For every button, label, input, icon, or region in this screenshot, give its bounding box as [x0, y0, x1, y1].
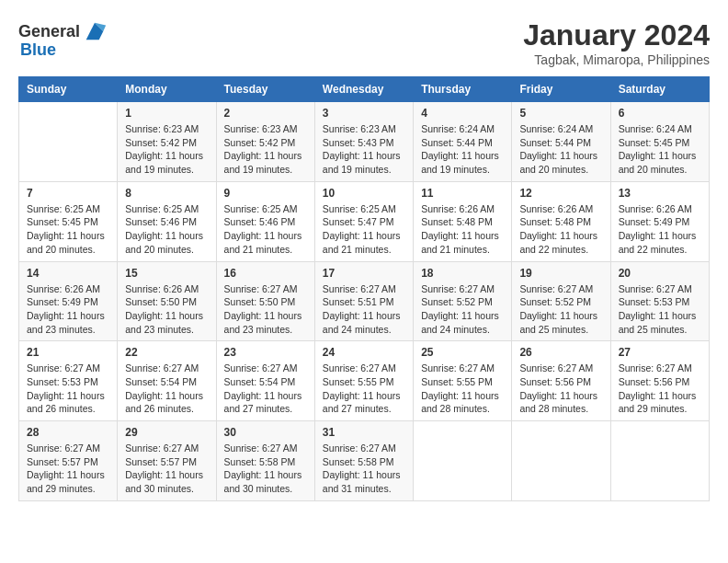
header-day-friday: Friday	[512, 77, 610, 102]
calendar-header: SundayMondayTuesdayWednesdayThursdayFrid…	[19, 77, 710, 102]
day-number: 25	[421, 346, 504, 359]
calendar-cell-week3-day2: 15Sunrise: 6:26 AMSunset: 5:50 PMDayligh…	[118, 261, 216, 341]
day-number: 19	[519, 267, 602, 280]
calendar-cell-week1-day1	[19, 102, 118, 182]
day-info: Sunrise: 6:25 AMSunset: 5:46 PMDaylight:…	[125, 202, 208, 257]
calendar-cell-week5-day3: 30Sunrise: 6:27 AMSunset: 5:58 PMDayligh…	[216, 421, 314, 501]
calendar-cell-week2-day4: 10Sunrise: 6:25 AMSunset: 5:47 PMDayligh…	[314, 181, 413, 261]
header-day-sunday: Sunday	[19, 77, 118, 102]
calendar-week-row: 7Sunrise: 6:25 AMSunset: 5:45 PMDaylight…	[19, 181, 710, 261]
day-info: Sunrise: 6:24 AMSunset: 5:45 PMDaylight:…	[619, 122, 701, 177]
day-info: Sunrise: 6:27 AMSunset: 5:52 PMDaylight:…	[519, 282, 602, 337]
day-number: 7	[27, 187, 109, 200]
day-info: Sunrise: 6:27 AMSunset: 5:56 PMDaylight:…	[519, 362, 602, 416]
day-number: 29	[125, 426, 208, 439]
day-number: 2	[224, 107, 307, 120]
day-info: Sunrise: 6:26 AMSunset: 5:50 PMDaylight:…	[125, 282, 208, 337]
calendar-week-row: 1Sunrise: 6:23 AMSunset: 5:42 PMDaylight…	[19, 102, 710, 182]
day-number: 1	[125, 107, 208, 120]
calendar-cell-week1-day3: 2Sunrise: 6:23 AMSunset: 5:42 PMDaylight…	[216, 102, 314, 182]
calendar-cell-week4-day5: 25Sunrise: 6:27 AMSunset: 5:55 PMDayligh…	[414, 341, 512, 421]
logo: General Blue	[18, 18, 108, 60]
calendar-week-row: 14Sunrise: 6:26 AMSunset: 5:49 PMDayligh…	[19, 261, 710, 341]
day-info: Sunrise: 6:27 AMSunset: 5:55 PMDaylight:…	[421, 362, 504, 416]
header-day-monday: Monday	[118, 77, 216, 102]
day-number: 4	[421, 107, 504, 120]
calendar-cell-week3-day3: 16Sunrise: 6:27 AMSunset: 5:50 PMDayligh…	[216, 261, 314, 341]
day-info: Sunrise: 6:27 AMSunset: 5:58 PMDaylight:…	[224, 442, 307, 496]
calendar-cell-week2-day3: 9Sunrise: 6:25 AMSunset: 5:46 PMDaylight…	[216, 181, 314, 261]
day-info: Sunrise: 6:27 AMSunset: 5:50 PMDaylight:…	[224, 282, 307, 337]
calendar-cell-week3-day1: 14Sunrise: 6:26 AMSunset: 5:49 PMDayligh…	[19, 261, 118, 341]
day-number: 31	[323, 426, 405, 439]
day-number: 18	[421, 267, 504, 280]
calendar-cell-week5-day1: 28Sunrise: 6:27 AMSunset: 5:57 PMDayligh…	[19, 421, 118, 501]
header: General Blue January 2024 Tagbak, Mimaro…	[18, 18, 710, 67]
calendar-cell-week1-day6: 5Sunrise: 6:24 AMSunset: 5:44 PMDaylight…	[512, 102, 610, 182]
day-info: Sunrise: 6:27 AMSunset: 5:53 PMDaylight:…	[619, 282, 701, 337]
calendar-cell-week2-day1: 7Sunrise: 6:25 AMSunset: 5:45 PMDaylight…	[19, 181, 118, 261]
day-number: 17	[323, 267, 405, 280]
calendar-body: 1Sunrise: 6:23 AMSunset: 5:42 PMDaylight…	[19, 102, 710, 501]
day-number: 30	[224, 426, 307, 439]
day-info: Sunrise: 6:24 AMSunset: 5:44 PMDaylight:…	[421, 122, 504, 177]
day-info: Sunrise: 6:27 AMSunset: 5:54 PMDaylight:…	[125, 362, 208, 416]
calendar-week-row: 28Sunrise: 6:27 AMSunset: 5:57 PMDayligh…	[19, 421, 710, 501]
day-info: Sunrise: 6:27 AMSunset: 5:51 PMDaylight:…	[323, 282, 405, 337]
calendar-cell-week4-day4: 24Sunrise: 6:27 AMSunset: 5:55 PMDayligh…	[314, 341, 413, 421]
day-info: Sunrise: 6:25 AMSunset: 5:47 PMDaylight:…	[323, 202, 405, 257]
day-number: 22	[125, 346, 208, 359]
day-number: 10	[323, 187, 405, 200]
calendar-cell-week5-day5	[414, 421, 512, 501]
day-number: 13	[619, 187, 701, 200]
calendar-cell-week5-day7	[610, 421, 709, 501]
day-info: Sunrise: 6:27 AMSunset: 5:58 PMDaylight:…	[323, 442, 405, 496]
day-info: Sunrise: 6:27 AMSunset: 5:57 PMDaylight:…	[125, 442, 208, 496]
calendar-cell-week2-day2: 8Sunrise: 6:25 AMSunset: 5:46 PMDaylight…	[118, 181, 216, 261]
calendar-cell-week2-day5: 11Sunrise: 6:26 AMSunset: 5:48 PMDayligh…	[414, 181, 512, 261]
day-number: 6	[619, 107, 701, 120]
logo-text-general: General	[18, 22, 80, 41]
day-number: 12	[519, 187, 602, 200]
calendar-table: SundayMondayTuesdayWednesdayThursdayFrid…	[18, 76, 710, 501]
day-info: Sunrise: 6:23 AMSunset: 5:43 PMDaylight:…	[323, 122, 405, 177]
day-info: Sunrise: 6:23 AMSunset: 5:42 PMDaylight:…	[224, 122, 307, 177]
subtitle: Tagbak, Mimaropa, Philippines	[523, 52, 710, 67]
day-number: 14	[27, 267, 109, 280]
calendar-cell-week3-day6: 19Sunrise: 6:27 AMSunset: 5:52 PMDayligh…	[512, 261, 610, 341]
calendar-cell-week3-day7: 20Sunrise: 6:27 AMSunset: 5:53 PMDayligh…	[610, 261, 709, 341]
day-info: Sunrise: 6:27 AMSunset: 5:52 PMDaylight:…	[421, 282, 504, 337]
title-section: January 2024 Tagbak, Mimaropa, Philippin…	[523, 18, 710, 67]
calendar-cell-week5-day4: 31Sunrise: 6:27 AMSunset: 5:58 PMDayligh…	[314, 421, 413, 501]
day-number: 26	[519, 346, 602, 359]
logo-text-blue: Blue	[20, 40, 56, 60]
day-number: 21	[27, 346, 109, 359]
calendar-cell-week4-day3: 23Sunrise: 6:27 AMSunset: 5:54 PMDayligh…	[216, 341, 314, 421]
calendar-cell-week4-day1: 21Sunrise: 6:27 AMSunset: 5:53 PMDayligh…	[19, 341, 118, 421]
day-info: Sunrise: 6:26 AMSunset: 5:48 PMDaylight:…	[421, 202, 504, 257]
day-info: Sunrise: 6:27 AMSunset: 5:53 PMDaylight:…	[27, 362, 109, 416]
day-info: Sunrise: 6:27 AMSunset: 5:56 PMDaylight:…	[619, 362, 701, 416]
calendar-cell-week2-day6: 12Sunrise: 6:26 AMSunset: 5:48 PMDayligh…	[512, 181, 610, 261]
header-day-tuesday: Tuesday	[216, 77, 314, 102]
day-info: Sunrise: 6:27 AMSunset: 5:54 PMDaylight:…	[224, 362, 307, 416]
day-info: Sunrise: 6:27 AMSunset: 5:57 PMDaylight:…	[27, 442, 109, 496]
day-number: 8	[125, 187, 208, 200]
day-number: 20	[619, 267, 701, 280]
calendar-cell-week1-day7: 6Sunrise: 6:24 AMSunset: 5:45 PMDaylight…	[610, 102, 709, 182]
calendar-cell-week3-day5: 18Sunrise: 6:27 AMSunset: 5:52 PMDayligh…	[414, 261, 512, 341]
logo-icon	[82, 18, 108, 44]
day-number: 28	[27, 426, 109, 439]
day-info: Sunrise: 6:27 AMSunset: 5:55 PMDaylight:…	[323, 362, 405, 416]
day-number: 16	[224, 267, 307, 280]
calendar-cell-week1-day2: 1Sunrise: 6:23 AMSunset: 5:42 PMDaylight…	[118, 102, 216, 182]
day-number: 24	[323, 346, 405, 359]
calendar-cell-week5-day6	[512, 421, 610, 501]
main-title: January 2024	[523, 18, 710, 52]
day-number: 15	[125, 267, 208, 280]
day-number: 23	[224, 346, 307, 359]
header-row: SundayMondayTuesdayWednesdayThursdayFrid…	[19, 77, 710, 102]
calendar-cell-week4-day6: 26Sunrise: 6:27 AMSunset: 5:56 PMDayligh…	[512, 341, 610, 421]
day-number: 3	[323, 107, 405, 120]
calendar-cell-week3-day4: 17Sunrise: 6:27 AMSunset: 5:51 PMDayligh…	[314, 261, 413, 341]
